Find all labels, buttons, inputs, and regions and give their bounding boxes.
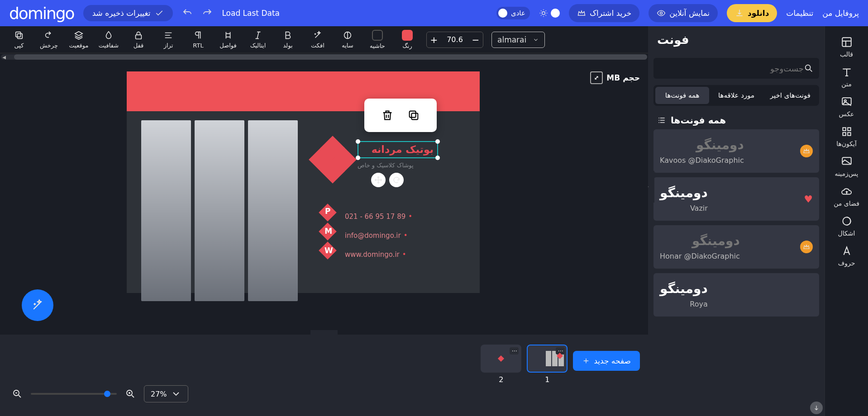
subscribe-button[interactable]: خرید اشتراک [569,4,639,22]
settings-link[interactable]: تنظیمات [786,9,813,18]
resize-handle[interactable] [356,139,360,144]
bold-tool[interactable]: بولد [277,30,299,49]
panel-collapse[interactable] [648,171,654,203]
page-thumb-1[interactable]: ⋯ 1 [527,345,568,384]
template-icon [841,36,853,48]
resize-handle[interactable] [356,156,360,160]
svg-rect-2 [17,33,22,38]
mode-toggle[interactable]: عادی [496,7,530,19]
redo-icon[interactable] [202,8,213,19]
font-item-3[interactable]: دومینگوRoya [653,273,819,317]
fontsize-plus[interactable]: + [427,32,441,48]
zoom-dropdown[interactable]: 27% [144,385,188,402]
rotate-tool[interactable]: چرخش [38,30,60,49]
phone-row[interactable]: P021 - 66 95 17 89• [321,206,412,221]
page-thumb-2[interactable]: ⋯ 2 [481,345,521,384]
magic-fab[interactable] [22,289,53,321]
tab-fav[interactable]: مورد علاقه‌ها [709,87,763,104]
h-scrollbar[interactable]: ◀ [1,54,647,60]
toggle-knob [498,9,507,18]
wand-icon [313,30,323,40]
font-item-1[interactable]: ♥ دومینگوVazir [653,177,819,221]
zoom-out-icon[interactable] [12,388,23,399]
email-row[interactable]: Minfo@domingo.ir• [321,225,408,240]
font-item-0[interactable]: دومینگوKavoos @DiakoGraphic [653,129,819,173]
fill-swatch [402,30,413,41]
zoom-slider[interactable] [31,393,117,395]
font-list[interactable]: دومینگوKavoos @DiakoGraphic ♥ دومینگوVaz… [648,129,825,416]
effect-tool[interactable]: افکت [307,30,329,49]
spacing-tool[interactable]: فواصل [217,30,239,49]
undo-icon[interactable] [182,8,193,19]
fontsize-input[interactable] [441,32,468,48]
profile-link[interactable]: پروفایل من [822,9,859,18]
zoom-in-icon[interactable] [125,388,136,399]
photo-3[interactable] [248,120,298,301]
font-search-input[interactable] [659,64,804,73]
subtitle-text[interactable]: پوشاک کلاسیک و خاص [358,162,414,169]
sidebar-template[interactable]: قالب [840,36,853,58]
diamond-logo[interactable] [312,139,353,180]
italic-icon [253,30,263,40]
more-icon[interactable]: ⋯ [510,347,519,355]
file-size-chip[interactable]: حجم MB⤢ [590,71,640,84]
selected-text-box[interactable]: بوتیک مردانه [358,141,438,158]
tab-recent[interactable]: فونت‌های اخیر [763,87,817,104]
photo-1[interactable] [141,120,191,301]
move-icon [374,176,382,184]
italic-label: ایتالیک [250,42,266,49]
sidebar-background[interactable]: پس‌زمینه [835,156,858,177]
duplicate-icon[interactable] [407,109,420,122]
title-text[interactable]: بوتیک مردانه [358,142,437,157]
saved-chip: تغییرات ذخیره شد [83,5,173,21]
scroll-left-icon[interactable]: ◀ [1,54,7,60]
shadow-icon [343,30,353,40]
sidebar-icons[interactable]: آیکون‌ها [836,126,857,147]
photo-2[interactable] [195,120,244,301]
preview-button[interactable]: نمایش آنلاین [649,4,718,22]
opacity-tool[interactable]: شفافیت [98,30,119,49]
design-canvas[interactable]: بوتیک مردانه پوشاک کلاسیک و خاص P021 - 6… [127,71,480,293]
scroll-down-button[interactable] [810,402,823,414]
opacity-label: شفافیت [99,42,119,49]
canvas-stage[interactable]: ◀ حجم MB⤢ بوتیک مردانه پوشاک کلاسیک و خا… [0,53,648,335]
download-button[interactable]: دانلود [727,4,777,22]
slider-thumb[interactable] [104,391,110,397]
tab-all[interactable]: همه فونت‌ها [655,87,709,104]
rotate-handle[interactable] [389,173,404,187]
letter-w-diamond: W [319,241,337,260]
sidebar-text[interactable]: متن [841,66,853,88]
rtl-tool[interactable]: RTL [187,30,209,49]
align-tool[interactable]: تراز [157,30,179,49]
move-handle[interactable] [371,173,386,187]
sidebar-letters[interactable]: حروف [838,245,855,267]
margin-tool[interactable]: حاشیه [367,30,388,49]
web-row[interactable]: Wwww.domingo.ir• [321,244,406,259]
sidebar-image[interactable]: عکس [839,96,854,118]
expand-tab[interactable] [310,330,338,335]
sidebar-shapes[interactable]: اشکال [838,215,855,237]
align-icon [163,30,173,40]
shadow-tool[interactable]: سایه [337,30,358,49]
resize-handle[interactable] [435,139,440,144]
font-item-2[interactable]: دومینگوHonar @DiakoGraphic [653,225,819,269]
color-tool[interactable]: رنگ [396,30,418,49]
resize-handle[interactable] [435,156,440,160]
load-last-button[interactable]: Load Last Data [222,9,280,18]
bg-icon [841,156,853,167]
check-icon [155,9,164,18]
new-page-button[interactable]: صفحه جدید [573,351,640,371]
fontsize-minus[interactable]: − [468,32,483,48]
italic-tool[interactable]: ایتالیک [247,30,269,49]
droplet-icon [104,30,114,40]
sidebar-myspace[interactable]: فضای من [834,185,859,207]
trash-icon[interactable] [381,109,394,122]
fontsize-stepper[interactable]: − + [426,32,483,48]
copy-tool[interactable]: کپی [8,30,30,49]
font-search[interactable] [653,58,819,79]
position-tool[interactable]: موقعیت [68,30,90,49]
font-select[interactable]: almarai [491,32,545,48]
heart-icon[interactable]: ♥ [804,194,813,205]
theme-toggle[interactable] [539,9,560,18]
lock-tool[interactable]: قفل [128,30,149,49]
